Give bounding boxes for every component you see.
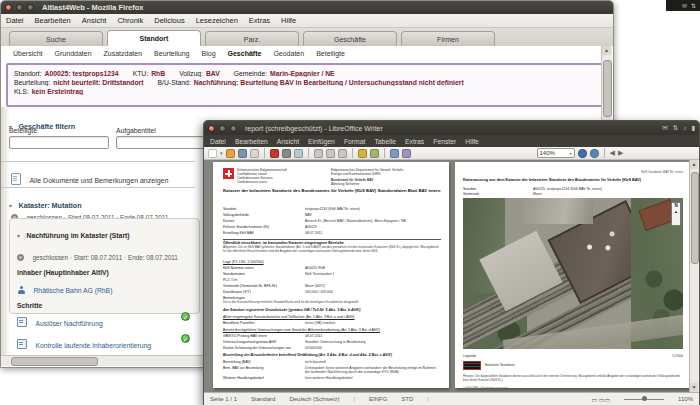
close-button[interactable] <box>208 125 215 132</box>
subtab-geodaten[interactable]: Geodaten <box>273 50 304 57</box>
step-ausloeser[interactable]: Auslöser Nachführung ✓ <box>17 312 192 330</box>
menu-datei[interactable]: Datei <box>210 138 226 145</box>
paste-icon[interactable] <box>338 149 347 158</box>
save-icon[interactable] <box>238 149 247 158</box>
writer-menubar: Datei Bearbeiten Ansicht Einfügen Format… <box>204 135 699 147</box>
undo-icon[interactable] <box>358 149 367 158</box>
status-style[interactable]: Standard <box>251 396 275 402</box>
scroll-up-arrow[interactable]: ▲ <box>602 46 611 55</box>
mail-indicator-icon[interactable]: ✉ <box>662 125 667 132</box>
tab-parzellen[interactable]: Parz. <box>205 31 299 46</box>
tab-firmen[interactable]: Firmen <box>401 31 495 46</box>
previous-page-icon[interactable]: ◀ <box>610 149 615 157</box>
status-language[interactable]: Deutsch (Schweiz) <box>289 396 339 402</box>
zoom-slider[interactable] <box>624 399 664 400</box>
new-document-icon[interactable] <box>208 149 217 158</box>
sound-indicator-icon[interactable]: ♪ <box>683 125 686 132</box>
subsection-heading: Bereits durchgeführte Untersuchungen zum… <box>223 328 441 332</box>
hyperlink-icon[interactable] <box>590 149 599 158</box>
nachfuehrung-box: ▾ Nachführung im Kataster (Start) geschl… <box>9 218 200 314</box>
menu-einfuegen[interactable]: Einfügen <box>308 138 335 145</box>
tab-suche[interactable]: Suche <box>9 31 103 46</box>
field-value: 565'000 / 205'000 <box>305 290 333 294</box>
writer-titlebar[interactable]: report (schreibgeschützt) - LibreOffice … <box>204 121 699 135</box>
minimize-button[interactable] <box>16 4 23 11</box>
scrollbar-thumb[interactable] <box>11 357 98 366</box>
subtab-beteiligte[interactable]: Beteiligte <box>316 50 345 57</box>
gallery-icon[interactable] <box>402 149 411 158</box>
maximize-button[interactable] <box>230 125 237 132</box>
zoom-slider-thumb[interactable] <box>642 396 647 401</box>
view-layout-icons[interactable]: ▭ ▭▭ <box>591 396 610 403</box>
subtab-uebersicht[interactable]: Übersicht <box>13 50 43 57</box>
firefox-titlebar[interactable]: Altlast4Web - Mozilla Firefox <box>1 1 613 14</box>
menu-datei[interactable]: Datei <box>6 16 24 25</box>
menu-delicious[interactable]: Delicious <box>154 16 184 25</box>
tab-geschaefte[interactable]: Geschäfte <box>303 31 397 46</box>
inhaber-link[interactable]: Rhätische Bahn AG (RhB) <box>17 279 192 297</box>
table-icon[interactable] <box>390 149 399 158</box>
menu-bearbeiten[interactable]: Bearbeiten <box>35 16 71 25</box>
maximize-button[interactable] <box>27 4 34 11</box>
redo-icon[interactable] <box>370 149 379 158</box>
field-value: A00025 RhB <box>305 266 325 270</box>
menu-chronik[interactable]: Chronik <box>117 16 143 25</box>
minimize-button[interactable] <box>219 125 226 132</box>
menu-ansicht[interactable]: Ansicht <box>277 138 299 145</box>
session-indicator-icon[interactable]: ▮ <box>691 125 695 132</box>
network-indicator-icon[interactable]: ⇅ <box>691 3 696 9</box>
navigator-icon[interactable] <box>578 149 587 158</box>
beurteilung-label: Beurteilung: <box>14 79 50 86</box>
menu-extras[interactable]: Extras <box>249 16 270 25</box>
nachfuehrung-header[interactable]: ▾ Nachführung im Kataster (Start) <box>17 224 192 242</box>
export-pdf-icon[interactable] <box>270 149 279 158</box>
subtab-grunddaten[interactable]: Grunddaten <box>55 50 92 57</box>
vertical-scrollbar[interactable]: ▲ ▼ <box>689 160 699 392</box>
open-icon[interactable] <box>226 149 235 158</box>
scroll-up-arrow[interactable]: ▲ <box>690 160 698 169</box>
page-corner-note: KbS Geodaten BAV Nr. intern <box>641 170 683 174</box>
standort-label: Standort: <box>14 70 42 77</box>
print-icon[interactable] <box>282 149 291 158</box>
system-tray[interactable]: ✉ ⇅ <box>666 0 700 11</box>
tab-standort[interactable]: Standort <box>107 30 201 46</box>
menu-lesezeichen[interactable]: Lesezeichen <box>196 16 238 25</box>
menu-hilfe[interactable]: Hilfe <box>465 138 479 145</box>
menu-extras[interactable]: Extras <box>405 138 424 145</box>
section-paragraph: Die in der Katasterführung ermittelte St… <box>223 301 441 305</box>
subtab-zusatzdaten[interactable]: Zusatzdaten <box>104 50 143 57</box>
scroll-down-arrow[interactable]: ▼ <box>690 383 698 392</box>
chevron-down-icon[interactable]: ▾ <box>220 150 223 156</box>
menu-bearbeiten[interactable]: Bearbeiten <box>235 138 268 145</box>
menu-format[interactable]: Format <box>344 138 366 145</box>
scrollbar-thumb[interactable] <box>691 172 699 264</box>
ktu-label: KTU: <box>133 70 148 77</box>
next-page-icon[interactable]: ▶ <box>618 149 623 157</box>
beteiligte-input[interactable] <box>9 136 109 149</box>
scrollbar-thumb[interactable] <box>603 60 612 117</box>
mail-indicator-icon[interactable]: ✉ <box>682 3 687 9</box>
step-kontrolle[interactable]: Kontrolle laufende Inhaberorientierung ✓ <box>17 334 192 352</box>
subtab-geschaefte[interactable]: Geschäfte <box>228 50 262 57</box>
subtab-beurteilung[interactable]: Beurteilung <box>154 50 189 57</box>
subtab-blog[interactable]: Blog <box>202 50 216 57</box>
page-preview-icon[interactable] <box>294 149 303 158</box>
docs-link[interactable]: Alle Dokumente und Bemerkungen anzeigen <box>11 169 168 187</box>
email-icon[interactable] <box>250 149 259 158</box>
close-button[interactable] <box>5 4 12 11</box>
menu-fenster[interactable]: Fenster <box>433 138 456 145</box>
menu-ansicht[interactable]: Ansicht <box>82 16 107 25</box>
document-area[interactable]: Schweizerische Eidgenossenschaft Confédé… <box>204 160 699 392</box>
menu-tabelle[interactable]: Tabelle <box>374 138 396 145</box>
document-title: Kataster der belasteten Standorte des Bu… <box>223 188 441 193</box>
status-insert-mode[interactable]: EINFG <box>369 396 387 402</box>
network-indicator-icon[interactable]: ⇅ <box>673 125 678 132</box>
status-selection-mode[interactable]: STD <box>401 396 413 402</box>
menu-hilfe[interactable]: Hilfe <box>281 16 296 25</box>
zoom-combobox[interactable]: 140% ▾ <box>537 148 575 158</box>
field-value: Marin <box>533 192 542 196</box>
field-label: PLZ / Ort <box>223 278 305 282</box>
field-label: Beurteilung (BAV) <box>223 360 305 364</box>
copy-icon[interactable] <box>326 149 335 158</box>
cut-icon[interactable] <box>314 149 323 158</box>
